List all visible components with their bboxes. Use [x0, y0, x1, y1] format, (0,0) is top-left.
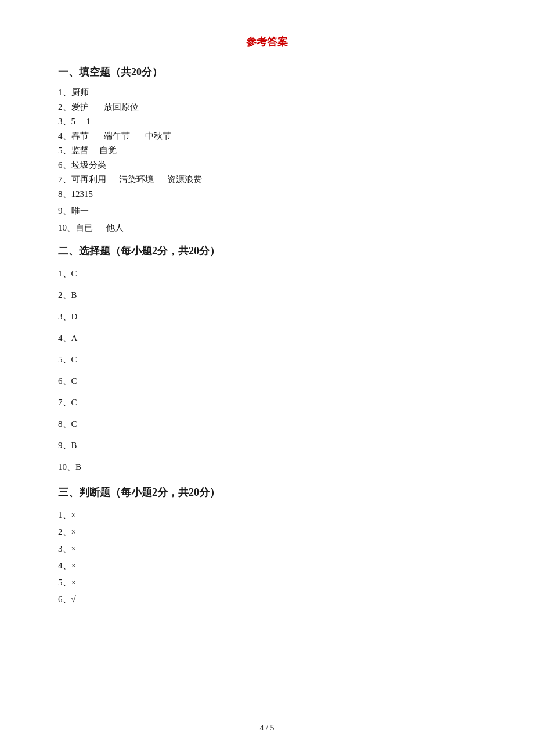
- fill-item-8-text: 8、12315: [58, 189, 93, 199]
- choice-item-6: 6、C: [58, 373, 476, 389]
- tf-item-4: 4、×: [58, 558, 476, 574]
- tf-item-3: 3、×: [58, 541, 476, 557]
- choice-item-9: 9、B: [58, 438, 476, 453]
- fill-item-5-text: 5、监督 自觉: [58, 146, 117, 155]
- page-title: 参考答案: [58, 35, 476, 49]
- choice-item-2: 2、B: [58, 287, 476, 303]
- section-multiple-choice: 二、选择题（每小题2分，共20分） 1、C 2、B 3、D 4、A 5、C 6、…: [58, 244, 476, 475]
- fill-item-1: 1、厨师: [58, 87, 476, 98]
- section3-title: 三、判断题（每小题2分，共20分）: [58, 485, 476, 499]
- fill-item-9: 9、唯一: [58, 206, 476, 217]
- choice-item-10: 10、B: [58, 459, 476, 475]
- fill-item-10: 10、自已 他人: [58, 222, 476, 233]
- tf-item-6: 6、√: [58, 592, 476, 607]
- section-fill-blank: 一、填空题（共20分） 1、厨师 2、爱护 放回原位 3、5 1 4、春节 端午…: [58, 65, 476, 233]
- fill-item-4-text: 4、春节 端午节 中秋节: [58, 131, 171, 141]
- fill-item-3: 3、5 1: [58, 116, 476, 127]
- fill-item-6-text: 6、垃圾分类: [58, 160, 106, 170]
- page-number: 4 / 5: [260, 723, 275, 733]
- section1-title: 一、填空题（共20分）: [58, 65, 476, 79]
- fill-item-4: 4、春节 端午节 中秋节: [58, 131, 476, 142]
- fill-item-5: 5、监督 自觉: [58, 145, 476, 156]
- tf-item-5: 5、×: [58, 575, 476, 591]
- fill-item-3-text: 3、5 1: [58, 117, 91, 126]
- fill-item-1-text: 1、厨师: [58, 88, 89, 97]
- page: 参考答案 一、填空题（共20分） 1、厨师 2、爱护 放回原位 3、5 1 4、…: [0, 0, 534, 756]
- fill-item-8: 8、12315: [58, 189, 476, 200]
- tf-item-1: 1、×: [58, 507, 476, 523]
- fill-item-9-text: 9、唯一: [58, 206, 89, 215]
- tf-item-2: 2、×: [58, 524, 476, 540]
- fill-item-10-text: 10、自已 他人: [58, 223, 124, 232]
- fill-item-6: 6、垃圾分类: [58, 160, 476, 171]
- fill-item-7-text: 7、可再利用 污染环境 资源浪费: [58, 175, 202, 184]
- choice-item-1: 1、C: [58, 266, 476, 282]
- choice-item-7: 7、C: [58, 395, 476, 411]
- section2-title: 二、选择题（每小题2分，共20分）: [58, 244, 476, 258]
- section-true-false: 三、判断题（每小题2分，共20分） 1、× 2、× 3、× 4、× 5、× 6、…: [58, 485, 476, 607]
- choice-item-3: 3、D: [58, 309, 476, 325]
- choice-item-8: 8、C: [58, 416, 476, 432]
- choice-item-4: 4、A: [58, 330, 476, 346]
- fill-item-2-text: 2、爱护 放回原位: [58, 102, 139, 111]
- fill-item-2: 2、爱护 放回原位: [58, 102, 476, 113]
- fill-item-7: 7、可再利用 污染环境 资源浪费: [58, 174, 476, 185]
- choice-item-5: 5、C: [58, 352, 476, 368]
